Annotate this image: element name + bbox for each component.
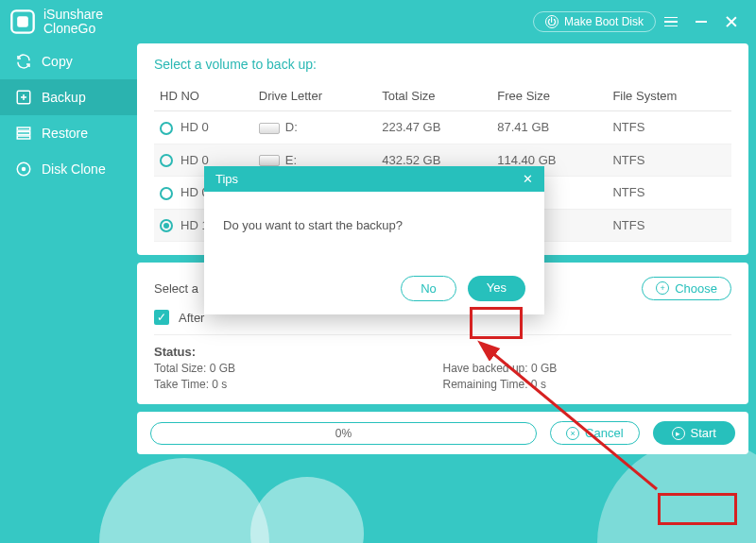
svg-rect-1 — [17, 16, 28, 27]
dialog-title: Tips — [215, 172, 238, 186]
sidebar-item-label: Copy — [42, 54, 73, 69]
minimize-button[interactable] — [686, 7, 716, 37]
status-backed: Have backed up: 0 GB — [443, 362, 732, 375]
sidebar-item-copy[interactable]: Copy — [0, 43, 137, 79]
status-take: Take Time: 0 s — [154, 378, 443, 391]
footer-bar: 0% ×Cancel ▸Start — [137, 412, 748, 454]
app-brand: iSunshareCloneGo — [9, 8, 103, 35]
dialog-message: Do you want to start the backup? — [223, 218, 525, 232]
svg-rect-4 — [17, 132, 30, 135]
plus-icon: + — [656, 281, 669, 295]
drive-icon — [259, 155, 280, 166]
sidebar-item-label: Restore — [42, 126, 88, 141]
brand-line1: iSunshare — [43, 8, 103, 22]
make-boot-disk-button[interactable]: ⏻ Make Boot Disk — [533, 11, 656, 32]
drive-icon — [259, 123, 280, 134]
cancel-label: Cancel — [585, 426, 623, 440]
svg-rect-3 — [17, 127, 30, 130]
sidebar-item-backup[interactable]: Backup — [0, 79, 137, 115]
status-total: Total Size: 0 GB — [154, 362, 443, 375]
sidebar: Copy Backup Restore Disk Clone — [0, 43, 137, 543]
status-remain: Remaining Time: 0 s — [443, 378, 732, 391]
svg-point-7 — [23, 168, 26, 171]
choose-label: Choose — [675, 281, 717, 296]
minimize-icon — [696, 21, 707, 23]
progress-value: 0% — [335, 427, 352, 440]
boot-disk-label: Make Boot Disk — [564, 15, 644, 28]
choose-button[interactable]: + Choose — [642, 277, 731, 300]
radio-icon[interactable] — [160, 154, 173, 167]
radio-icon[interactable] — [160, 122, 173, 135]
logo-icon — [9, 8, 36, 35]
power-icon: ⏻ — [545, 15, 558, 28]
close-icon — [725, 15, 738, 28]
restore-icon — [15, 125, 32, 142]
svg-rect-5 — [17, 136, 30, 139]
col-fs: File System — [607, 81, 731, 111]
tips-dialog: Tips ✕ Do you want to start the backup? … — [204, 166, 544, 314]
col-drive: Drive Letter — [253, 81, 376, 111]
start-button[interactable]: ▸Start — [653, 421, 735, 445]
close-button[interactable] — [716, 7, 747, 37]
sidebar-item-diskclone[interactable]: Disk Clone — [0, 151, 137, 187]
dialog-yes-button[interactable]: Yes — [468, 276, 525, 301]
select-dest-label: Select a — [154, 281, 198, 296]
dialog-no-button[interactable]: No — [401, 276, 456, 301]
radio-icon[interactable] — [160, 219, 173, 232]
start-label: Start — [691, 426, 716, 440]
play-icon: ▸ — [672, 427, 685, 440]
radio-icon[interactable] — [160, 187, 173, 200]
hamburger-icon — [664, 14, 678, 30]
dialog-close-button[interactable]: ✕ — [523, 172, 533, 186]
col-hdno: HD NO — [154, 81, 253, 111]
refresh-icon — [15, 53, 32, 70]
after-checkbox-label: After — [179, 311, 204, 325]
cancel-icon: × — [566, 427, 579, 440]
col-total: Total Size — [376, 81, 491, 111]
disk-icon — [15, 161, 32, 178]
backup-icon — [15, 89, 32, 106]
sidebar-item-label: Disk Clone — [42, 161, 106, 177]
volume-row[interactable]: HD 0 D: 223.47 GB 87.41 GB NTFS — [154, 111, 731, 144]
status-heading: Status: — [154, 345, 731, 359]
close-icon: ✕ — [523, 172, 533, 186]
col-free: Free Size — [491, 81, 607, 111]
menu-button[interactable] — [656, 7, 686, 37]
progress-bar: 0% — [150, 422, 537, 445]
cancel-button[interactable]: ×Cancel — [550, 421, 639, 445]
brand-line2: CloneGo — [43, 22, 103, 36]
sidebar-item-label: Backup — [42, 90, 86, 105]
checkbox-icon[interactable]: ✓ — [154, 310, 169, 325]
sidebar-item-restore[interactable]: Restore — [0, 115, 137, 151]
volume-section-title: Select a volume to back up: — [154, 57, 731, 72]
